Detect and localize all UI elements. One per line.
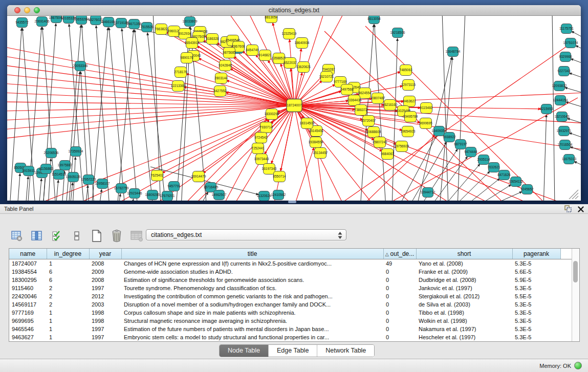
network-edge[interactable]	[117, 30, 134, 201]
table-cell[interactable]: 22420046	[9, 292, 47, 300]
network-node[interactable]: 8813054	[265, 16, 278, 23]
network-edge[interactable]	[567, 118, 581, 124]
network-node[interactable]: 18640934	[295, 38, 310, 49]
network-node[interactable]: 12444154	[553, 96, 568, 105]
network-edge[interactable]	[199, 192, 208, 201]
table-row[interactable]: 946362711997Embryonic stem cells: a mode…	[9, 333, 572, 341]
network-node[interactable]: 8215953	[540, 104, 553, 114]
network-edge[interactable]	[122, 29, 138, 201]
table-cell[interactable]: 2009	[89, 268, 121, 276]
network-node[interactable]: 19384554	[309, 137, 323, 148]
network-node[interactable]: 16543912	[185, 38, 200, 49]
network-node[interactable]: 16210721	[319, 72, 334, 82]
column-header-pagerank[interactable]: pagerank	[512, 249, 560, 259]
network-edge[interactable]	[572, 31, 581, 39]
network-node[interactable]: 6497568	[340, 84, 354, 95]
network-node[interactable]: 11675313	[562, 155, 577, 164]
table-cell[interactable]: 2	[47, 292, 89, 300]
table-scrollbar-thumb[interactable]	[573, 261, 578, 282]
table-cell[interactable]: 6	[47, 268, 89, 276]
table-cell[interactable]: Embryonic stem cells: a model to study s…	[121, 333, 383, 341]
table-cell[interactable]: 5.3E-5	[512, 317, 560, 325]
network-node[interactable]: 16648784	[446, 47, 461, 57]
network-node[interactable]: 15134457	[313, 148, 328, 159]
network-node[interactable]: 12923446	[127, 189, 142, 199]
network-edge[interactable]	[576, 46, 581, 51]
network-edge[interactable]	[99, 189, 102, 201]
network-node[interactable]: 7625402	[150, 170, 164, 181]
table-cell[interactable]: 1	[47, 259, 89, 268]
table-cell[interactable]: 2008	[89, 259, 121, 268]
table-cell[interactable]: 0	[383, 276, 416, 284]
network-node[interactable]: 7485063	[399, 65, 412, 76]
network-node[interactable]: 20053346	[73, 61, 88, 71]
table-cell[interactable]: 18724007	[9, 259, 47, 268]
network-node[interactable]: 8550714	[273, 171, 286, 182]
network-node[interactable]: 6879197	[454, 140, 467, 149]
network-node[interactable]: 15720407	[361, 116, 376, 126]
network-node[interactable]: 7386372	[354, 105, 367, 116]
table-cell[interactable]: 5.9E-5	[512, 276, 560, 284]
network-node[interactable]: 9890176	[180, 53, 193, 63]
network-edge[interactable]	[132, 199, 134, 201]
network-node[interactable]: 15276021	[89, 16, 103, 25]
network-node[interactable]: 16782759	[114, 184, 129, 193]
network-edge[interactable]	[7, 105, 294, 129]
table-row[interactable]: 977716911998Corpus callosum shape and si…	[9, 309, 572, 317]
network-node[interactable]: 10654112	[509, 177, 524, 187]
network-node[interactable]: 7930714	[259, 122, 273, 133]
table-cell[interactable]: 1997	[89, 325, 121, 333]
table-cell[interactable]: Tibbo et al. (1998)	[416, 309, 512, 317]
table-cell[interactable]: 0	[383, 268, 416, 276]
network-node[interactable]: 16216160	[383, 100, 398, 111]
network-node[interactable]: 9146821	[258, 50, 272, 61]
table-cell[interactable]: 9699695	[9, 317, 47, 325]
column-header-title[interactable]: title	[121, 249, 383, 259]
network-node[interactable]: 2718176	[174, 67, 187, 78]
table-cell[interactable]: 9465546	[9, 325, 47, 333]
table-cell[interactable]: Tourette syndrome. Phenomenology and cla…	[121, 284, 383, 292]
table-cell[interactable]: 0	[383, 309, 416, 317]
network-canvas[interactable]: 9435572206914061987504210165328106532871…	[7, 16, 581, 201]
table-cell[interactable]: Wolkin et al. (1998)	[416, 317, 512, 325]
table-cell[interactable]: Stergiakouli et al. (2012)	[416, 292, 512, 300]
network-node[interactable]: 7515526	[140, 23, 154, 32]
network-svg[interactable]: 9435572206914061987504210165328106532871…	[7, 16, 581, 201]
table-cell[interactable]: 5.5E-5	[512, 292, 560, 300]
table-cell[interactable]: 19384554	[9, 268, 47, 276]
network-node[interactable]: 18300295	[265, 109, 279, 120]
network-node[interactable]: 18724007	[287, 99, 302, 112]
tab-network-table[interactable]: Network Table	[317, 345, 374, 357]
network-node[interactable]: 19218506	[390, 28, 405, 38]
table-cell[interactable]: 2008	[89, 276, 121, 284]
table-cell[interactable]: 0	[383, 325, 416, 333]
network-edge[interactable]	[280, 105, 294, 171]
network-node[interactable]: 5938922	[443, 133, 456, 142]
table-cell[interactable]: Structural magnetic resonance image aver…	[121, 317, 383, 325]
network-edge[interactable]	[566, 102, 581, 108]
network-node[interactable]: 11156863	[39, 164, 53, 174]
table-cell[interactable]: 2	[47, 284, 89, 292]
network-node[interactable]: 7252441	[251, 143, 265, 154]
tab-node-table[interactable]: Node Table	[220, 345, 268, 357]
column-header-in_degree[interactable]: in_degree	[47, 249, 89, 259]
table-cell[interactable]: Corpus callosum shape and size in male p…	[121, 309, 383, 317]
network-node[interactable]: 11514519	[52, 170, 67, 180]
network-node[interactable]: 12093832	[552, 81, 567, 91]
network-node[interactable]: 12410562	[271, 190, 286, 200]
network-node[interactable]: 9463627	[403, 96, 416, 107]
network-node[interactable]: 16809285	[145, 190, 160, 200]
network-node[interactable]: 9684067	[381, 149, 394, 160]
table-cell[interactable]: 5.3E-5	[512, 333, 560, 341]
network-node[interactable]: 9242848	[219, 60, 232, 71]
network-edge[interactable]	[82, 25, 94, 201]
memory-indicator[interactable]	[574, 362, 582, 369]
table-settings-icon[interactable]	[10, 229, 24, 243]
network-node[interactable]: 3915931	[22, 166, 35, 176]
network-edge[interactable]	[458, 16, 465, 201]
network-node[interactable]: 10958107	[95, 179, 110, 189]
network-edge[interactable]	[294, 93, 581, 105]
network-node[interactable]: 17957223	[81, 175, 96, 185]
network-edge[interactable]	[574, 162, 581, 167]
tab-edge-table[interactable]: Edge Table	[268, 345, 317, 357]
